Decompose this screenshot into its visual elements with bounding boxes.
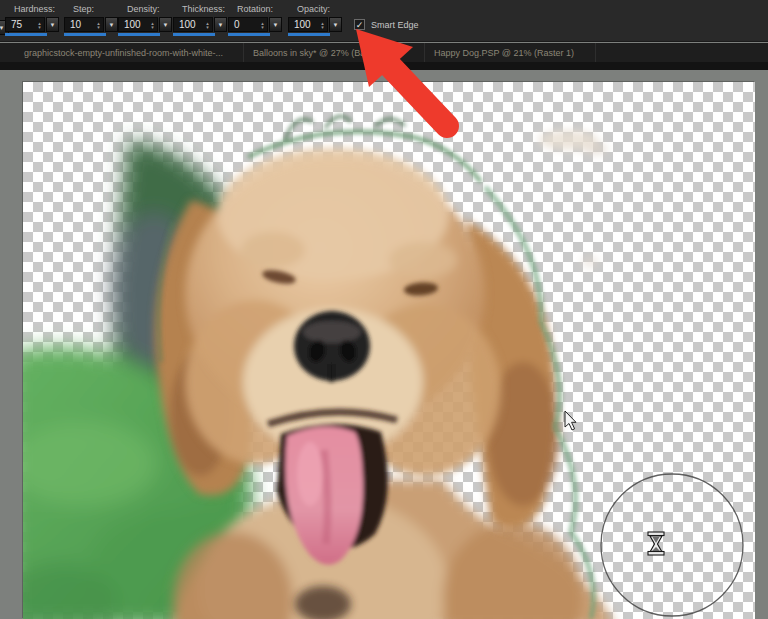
smart-edge-label: Smart Edge	[371, 20, 419, 30]
thickness-input[interactable]: 100 ▴▾	[173, 17, 213, 32]
density-label: Density:	[118, 4, 176, 15]
density-dropdown-button[interactable]: ▼	[159, 17, 172, 32]
opacity-input[interactable]: 100 ▴▾	[288, 17, 328, 32]
chevron-down-icon: ▼	[0, 25, 4, 31]
opacity-label: Opacity:	[288, 4, 346, 15]
hardness-input[interactable]: 75 ▴▾	[5, 17, 45, 32]
thickness-label: Thickness:	[173, 4, 231, 15]
check-icon: ✓	[356, 20, 364, 30]
step-input[interactable]: 10 ▴▾	[64, 17, 104, 32]
hardness-slider-track[interactable]	[5, 33, 47, 36]
thickness-value: 100	[174, 19, 203, 30]
workspace-background	[0, 70, 768, 619]
rotation-spinner[interactable]: ▴▾	[258, 21, 267, 29]
opacity-value: 100	[289, 19, 318, 30]
rotation-value: 0	[229, 19, 258, 30]
step-slider-track[interactable]	[64, 33, 106, 36]
tab-graphicstock-room[interactable]: graphicstock-empty-unfinished-room-with-…	[16, 43, 244, 62]
smart-edge-toggle[interactable]: ✓ Smart Edge	[354, 19, 419, 30]
tab-balloons-in-sky[interactable]: Balloons in sky* @ 27% (Ba	[245, 43, 425, 62]
rotation-dropdown-button[interactable]: ▼	[269, 17, 282, 32]
document-tab-bar: graphicstock-empty-unfinished-room-with-…	[0, 43, 768, 62]
control-thickness: Thickness: 100 ▴▾ ▼	[173, 4, 231, 36]
smart-edge-checkbox[interactable]: ✓	[354, 19, 365, 30]
puppy	[155, 116, 615, 619]
control-opacity: Opacity: 100 ▴▾ ▼	[288, 4, 346, 36]
chevron-down-icon: ▼	[50, 22, 56, 28]
puppy-photo-artwork	[23, 82, 755, 619]
thickness-slider-track[interactable]	[173, 33, 215, 36]
chevron-down-icon: ▼	[273, 22, 279, 28]
step-spinner[interactable]: ▴▾	[94, 21, 103, 29]
chevron-down-icon: ▼	[333, 22, 339, 28]
chevron-down-icon: ▼	[218, 22, 224, 28]
opacity-dropdown-button[interactable]: ▼	[329, 17, 342, 32]
control-rotation: Rotation: 0 ▴▾ ▼	[228, 4, 286, 36]
thickness-dropdown-button[interactable]: ▼	[214, 17, 227, 32]
density-spinner[interactable]: ▴▾	[148, 21, 157, 29]
opacity-slider-track[interactable]	[288, 33, 330, 36]
thickness-spinner[interactable]: ▴▾	[203, 21, 212, 29]
step-dropdown-button[interactable]: ▼	[105, 17, 118, 32]
eraser-leftover-smudges	[538, 130, 608, 268]
canvas-happy-dog[interactable]	[23, 82, 755, 619]
photo-editor-window: ▼ Hardness: 75 ▴▾ ▼ Step: 10 ▴▾ ▼	[0, 0, 768, 619]
tab-bar-shadow	[0, 62, 768, 70]
control-hardness: Hardness: 75 ▴▾ ▼	[5, 4, 63, 36]
rotation-input[interactable]: 0 ▴▾	[228, 17, 268, 32]
tool-options-toolbar: ▼ Hardness: 75 ▴▾ ▼ Step: 10 ▴▾ ▼	[0, 0, 768, 42]
hardness-spinner[interactable]: ▴▾	[35, 21, 44, 29]
step-value: 10	[65, 19, 94, 30]
tab-happy-dog[interactable]: Happy Dog.PSP @ 21% (Raster 1)	[426, 43, 596, 62]
hardness-label: Hardness:	[5, 4, 63, 15]
opacity-spinner[interactable]: ▴▾	[318, 21, 327, 29]
hardness-value: 75	[6, 19, 35, 30]
rotation-slider-track[interactable]	[228, 33, 270, 36]
rotation-label: Rotation:	[228, 4, 286, 15]
chevron-down-icon: ▼	[109, 22, 115, 28]
density-slider-track[interactable]	[118, 33, 160, 36]
step-label: Step:	[64, 4, 122, 15]
density-value: 100	[119, 19, 148, 30]
hardness-dropdown-button[interactable]: ▼	[46, 17, 59, 32]
control-density: Density: 100 ▴▾ ▼	[118, 4, 176, 36]
density-input[interactable]: 100 ▴▾	[118, 17, 158, 32]
chevron-down-icon: ▼	[163, 22, 169, 28]
control-step: Step: 10 ▴▾ ▼	[64, 4, 122, 36]
